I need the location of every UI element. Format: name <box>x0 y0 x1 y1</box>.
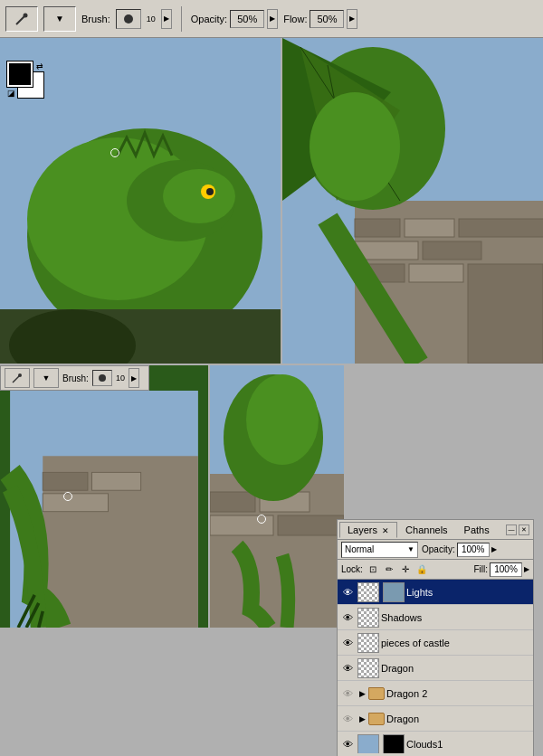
svg-rect-15 <box>405 219 454 237</box>
color-boxes: ⇄ ◪ <box>7 61 43 98</box>
layer-eye-lights[interactable]: 👁 <box>339 584 356 600</box>
layer-name-dragon2: Dragon 2 <box>386 688 531 699</box>
panel-close-buttons: — ✕ <box>506 524 531 535</box>
lock-transparency-icon[interactable]: ⊡ <box>367 563 379 576</box>
panel-minimize-button[interactable]: — <box>506 524 517 535</box>
layer-eye-dragon2[interactable]: 👁 <box>339 685 356 702</box>
layer-row-pieces-castle[interactable]: 👁 pieces of castle <box>338 630 533 656</box>
svg-rect-21 <box>468 264 543 364</box>
svg-point-27 <box>310 92 400 201</box>
lock-pixels-icon[interactable]: ✏ <box>383 563 395 576</box>
layer-row-lights[interactable]: 👁 Lights <box>338 580 533 605</box>
opacity-control: Opacity: 100% ▶ <box>422 543 497 557</box>
layer-thumb-clouds1-mask <box>383 734 405 754</box>
small-brush-preview[interactable] <box>92 370 112 386</box>
top-toolbar: ▼ Brush: 10 ▶ Opacity: 50% ▶ Flow: 50% ▶ <box>0 0 543 38</box>
brush-tool-button[interactable] <box>5 6 38 32</box>
svg-rect-38 <box>210 492 255 512</box>
layer-name-lights: Lights <box>406 587 531 598</box>
layer-eye-shadows[interactable]: 👁 <box>339 610 356 626</box>
layer-eye-pieces[interactable]: 👁 <box>339 635 356 651</box>
toolbar-separator <box>181 6 182 32</box>
color-toggle-icon[interactable]: ⇄ <box>36 61 43 71</box>
brush-size-top: 10 <box>147 14 156 24</box>
small-tool-options[interactable]: ▼ <box>33 368 59 388</box>
layer-row-dragon[interactable]: 👁 Dragon <box>338 656 533 681</box>
layer-eye-clouds1[interactable]: 👁 <box>339 736 356 752</box>
layer-thumb-shadows <box>357 608 379 628</box>
small-brush-tool[interactable] <box>5 368 30 388</box>
fill-arrow-icon[interactable]: ▶ <box>524 565 529 573</box>
svg-point-9 <box>206 188 214 195</box>
opacity-arrow-icon[interactable]: ▶ <box>491 545 497 553</box>
lock-all-icon[interactable]: 🔒 <box>415 563 428 576</box>
svg-rect-20 <box>409 264 463 282</box>
layer-row-dragon2-group[interactable]: 👁 ▶ Dragon 2 <box>338 681 533 706</box>
layer-eye-dragon-group[interactable]: 👁 <box>339 711 356 727</box>
brush-arrow-button[interactable]: ▶ <box>161 9 172 29</box>
layer-row-shadows[interactable]: 👁 Shadows <box>338 605 533 630</box>
svg-rect-33 <box>43 472 88 490</box>
layers-tab-close[interactable]: ✕ <box>382 526 389 535</box>
lock-position-icon[interactable]: ✛ <box>399 563 412 576</box>
svg-rect-41 <box>278 515 344 535</box>
layer-thumb-lights-2 <box>383 582 405 602</box>
opacity-field: Opacity: 50% ▶ <box>191 9 278 29</box>
tab-layers[interactable]: Layers ✕ <box>339 522 397 538</box>
layer-thumb-lights <box>357 582 379 602</box>
tab-channels[interactable]: Channels <box>397 522 455 538</box>
svg-point-1 <box>24 13 28 17</box>
layer-eye-dragon[interactable]: 👁 <box>339 660 356 676</box>
layers-tabs: Layers ✕ Channels Paths — ✕ <box>338 520 533 540</box>
layer-thumb-pieces <box>357 633 379 653</box>
opacity-ctrl-value[interactable]: 100% <box>457 543 490 557</box>
blend-mode-select[interactable]: Normal ▼ <box>341 542 418 558</box>
layer-name-clouds1: Clouds1 <box>406 739 531 750</box>
brush-preview-top[interactable] <box>116 9 141 29</box>
layer-folder-icon-dragon <box>368 713 385 725</box>
layer-name-pieces: pieces of castle <box>381 638 531 648</box>
layer-name-dragon-group: Dragon <box>386 713 531 724</box>
svg-rect-35 <box>43 494 108 512</box>
layer-row-dragon-group[interactable]: 👁 ▶ Dragon <box>338 706 533 732</box>
image-panel-bottom-left: ▼ Brush: 10 ▶ <box>0 365 208 628</box>
tool-options-button[interactable]: ▼ <box>43 6 76 32</box>
flow-value[interactable]: 50% <box>310 10 344 28</box>
layer-group-arrow-dragon[interactable]: ▶ <box>356 713 368 725</box>
flow-arrow[interactable]: ▶ <box>347 9 357 29</box>
foreground-color-box[interactable] <box>7 61 33 87</box>
small-brush-size: 10 <box>116 373 125 383</box>
small-brush-arrow[interactable]: ▶ <box>129 368 139 388</box>
lock-row: Lock: ⊡ ✏ ✛ 🔒 Fill: 100% ▶ <box>338 560 533 580</box>
layer-thumb-clouds1-color <box>357 734 379 754</box>
svg-point-43 <box>246 374 319 465</box>
opacity-label: Opacity: <box>191 14 227 24</box>
svg-rect-14 <box>355 219 400 237</box>
panel-close-button[interactable]: ✕ <box>519 524 529 535</box>
svg-point-29 <box>18 373 22 377</box>
svg-rect-18 <box>423 241 481 260</box>
flow-label: Flow: <box>283 14 307 24</box>
image-panel-top-right <box>282 38 543 364</box>
fill-label: Fill: <box>473 564 488 574</box>
fill-control: Fill: 100% ▶ <box>473 562 529 577</box>
layer-row-clouds1[interactable]: 👁 Clouds1 <box>338 732 533 753</box>
opacity-arrow[interactable]: ▶ <box>267 9 278 29</box>
layers-panel: Layers ✕ Channels Paths — ✕ Normal ▼ Opa… <box>337 519 534 756</box>
small-brush-label: Brush: <box>62 373 89 383</box>
svg-rect-40 <box>210 515 273 535</box>
layer-group-arrow-dragon2[interactable]: ▶ <box>356 687 368 700</box>
fill-value[interactable]: 100% <box>490 562 522 577</box>
svg-rect-34 <box>91 472 140 490</box>
opacity-value[interactable]: 50% <box>230 10 264 28</box>
svg-rect-16 <box>459 219 543 237</box>
svg-point-2 <box>124 14 133 24</box>
color-reset-icon[interactable]: ◪ <box>7 89 15 98</box>
opacity-ctrl-label: Opacity: <box>422 544 455 554</box>
layer-folder-icon-dragon2 <box>368 687 385 700</box>
flow-field: Flow: 50% ▶ <box>283 9 357 29</box>
tab-paths[interactable]: Paths <box>456 522 498 538</box>
lock-label: Lock: <box>341 564 363 574</box>
svg-point-7 <box>163 169 235 223</box>
layer-thumb-dragon <box>357 658 379 678</box>
